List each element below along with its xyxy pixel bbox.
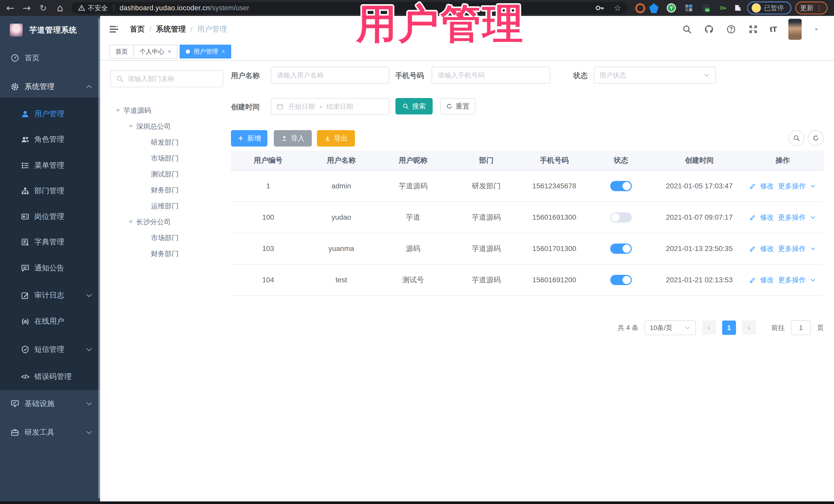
tree-node-leaf[interactable]: 市场部门: [110, 230, 223, 246]
table-search-toggle-button[interactable]: [789, 130, 805, 146]
tree-node-branch[interactable]: 长沙分公司: [110, 214, 223, 230]
status-toggle[interactable]: [610, 181, 632, 191]
refresh-icon: [812, 134, 819, 141]
browser-back-button[interactable]: ←: [3, 0, 18, 16]
more-actions-link[interactable]: 更多操作: [778, 275, 806, 285]
extensions-puzzle-icon[interactable]: [733, 3, 743, 13]
browser-forward-button[interactable]: →: [20, 0, 34, 16]
more-actions-link[interactable]: 更多操作: [778, 244, 806, 253]
extension-list-on-icon[interactable]: on: [701, 3, 710, 13]
browser-home-button[interactable]: ⌂: [53, 0, 67, 16]
profile-paused-badge[interactable]: 已暂停: [747, 2, 791, 14]
sidebar-item-dev-tools[interactable]: 研发工具: [0, 421, 100, 444]
sidebar-scrollbar[interactable]: [98, 19, 100, 498]
tab-close-icon[interactable]: ×: [168, 48, 171, 55]
chrome-update-button[interactable]: 更新 ⋮: [795, 2, 828, 14]
goto-label: 前往: [771, 323, 785, 332]
mobile-input[interactable]: [432, 67, 550, 84]
chevron-down-icon: [703, 72, 710, 79]
sidebar-item-system[interactable]: 系统管理: [0, 75, 100, 98]
sidebar-item-error-code[interactable]: </> 错误码管理: [0, 365, 100, 389]
sidebar-item-user-mgmt[interactable]: 用户管理: [0, 102, 100, 126]
tree-node-leaf[interactable]: 研发部门: [110, 134, 223, 150]
font-size-icon[interactable]: tT: [770, 25, 777, 34]
tree-caret-icon[interactable]: [129, 221, 133, 223]
fullscreen-icon[interactable]: [748, 24, 759, 35]
sidebar-item-online-users[interactable]: (a) 在线用户: [0, 309, 100, 333]
edit-pen-icon: [749, 214, 756, 221]
tree-node-leaf[interactable]: 测试部门: [110, 166, 223, 182]
tab-home[interactable]: 首页: [109, 45, 134, 59]
edit-link[interactable]: 修改: [760, 244, 774, 253]
sidebar-item-infra[interactable]: 基础设施: [0, 392, 100, 415]
search-button[interactable]: 搜索: [395, 98, 433, 114]
brand[interactable]: 芋道管理系统: [0, 16, 100, 44]
tree-node-leaf[interactable]: 财务部门: [110, 246, 223, 262]
edit-link[interactable]: 修改: [760, 213, 774, 222]
tree-node-label: 市场部门: [151, 154, 179, 163]
tree-node-leaf[interactable]: 运维部门: [110, 198, 223, 214]
edit-link[interactable]: 修改: [760, 181, 774, 191]
extension-blue-gem-icon[interactable]: [649, 3, 658, 13]
sidebar-item-audit-log[interactable]: 审计日志: [0, 284, 100, 307]
chrome-menu-kebab-icon[interactable]: ⋮: [816, 7, 823, 9]
header-search-icon[interactable]: [682, 24, 692, 35]
breadcrumb-system[interactable]: 系统管理: [156, 24, 186, 35]
created-label: 创建时间: [231, 102, 260, 112]
breadcrumb-home[interactable]: 首页: [130, 24, 145, 35]
browser-reload-button[interactable]: ↻: [36, 0, 50, 16]
extension-grid-icon[interactable]: [684, 3, 694, 13]
extension-green-key-icon[interactable]: [719, 3, 728, 13]
export-button[interactable]: 导出: [317, 130, 355, 147]
extension-green-y-icon[interactable]: Y: [667, 3, 676, 13]
sidebar-item-notice[interactable]: 通知公告: [0, 256, 100, 280]
edit-link[interactable]: 修改: [760, 275, 774, 285]
sidebar-item-dept-mgmt[interactable]: 部门管理: [0, 179, 100, 203]
status-select[interactable]: 用户状态: [594, 67, 716, 84]
tab-user-mgmt[interactable]: 用户管理 ×: [180, 45, 231, 59]
goto-page-input[interactable]: [791, 320, 811, 335]
sidebar-item-label: 在线用户: [35, 316, 64, 326]
sidebar-item-dict-mgmt[interactable]: 字典管理: [0, 230, 100, 254]
user-avatar[interactable]: [788, 19, 802, 40]
tree-node-leaf[interactable]: 市场部门: [110, 150, 223, 166]
dept-search-box[interactable]: 请输入部门名称: [110, 70, 223, 87]
github-icon[interactable]: [704, 24, 715, 35]
sidebar-item-sms-mgmt[interactable]: 短信管理: [0, 338, 100, 361]
date-range-picker[interactable]: 开始日期 - 结束日期: [271, 98, 389, 115]
warning-triangle-icon: [78, 4, 85, 12]
bookmark-star-icon[interactable]: ☆: [614, 3, 621, 13]
tree-caret-icon[interactable]: [116, 109, 120, 112]
prev-page-button[interactable]: ‹: [702, 321, 716, 335]
tree-caret-icon[interactable]: [129, 125, 133, 128]
reset-button[interactable]: 重置: [440, 98, 475, 114]
current-page[interactable]: 1: [722, 321, 736, 335]
extension-orange-icon[interactable]: [635, 3, 645, 13]
page-size-select[interactable]: 10条/页: [644, 320, 696, 335]
status-toggle[interactable]: [610, 243, 632, 254]
more-actions-link[interactable]: 更多操作: [778, 181, 806, 191]
avatar-caret-icon[interactable]: [813, 26, 820, 32]
address-bar[interactable]: 不安全 dashboard.yudao.iocoder.cn/system/us…: [71, 2, 628, 14]
password-key-icon[interactable]: [594, 3, 605, 13]
status-toggle[interactable]: [610, 212, 632, 222]
tree-node-leaf[interactable]: 财务部门: [110, 182, 223, 198]
tab-close-icon[interactable]: ×: [222, 48, 225, 55]
tree-node-root[interactable]: 芋道源码: [110, 103, 223, 118]
add-button[interactable]: 新增: [231, 130, 267, 147]
username-input[interactable]: [271, 67, 389, 84]
help-icon[interactable]: [726, 24, 737, 35]
status-toggle[interactable]: [610, 275, 632, 285]
sidebar-item-menu-mgmt[interactable]: 菜单管理: [0, 154, 100, 177]
table-refresh-button[interactable]: [808, 130, 824, 146]
import-button[interactable]: 导入: [274, 130, 312, 147]
tree-node-branch[interactable]: 深圳总公司: [110, 118, 223, 134]
sidebar-item-role-mgmt[interactable]: 角色管理: [0, 128, 100, 151]
not-secure-warning[interactable]: 不安全: [78, 4, 108, 13]
tab-profile[interactable]: 个人中心 ×: [133, 45, 177, 59]
sidebar-item-post-mgmt[interactable]: 岗位管理: [0, 205, 100, 228]
next-page-button[interactable]: ›: [742, 321, 756, 335]
sidebar-item-home[interactable]: 首页: [0, 46, 100, 70]
hamburger-icon[interactable]: [108, 24, 119, 35]
more-actions-link[interactable]: 更多操作: [778, 213, 806, 222]
